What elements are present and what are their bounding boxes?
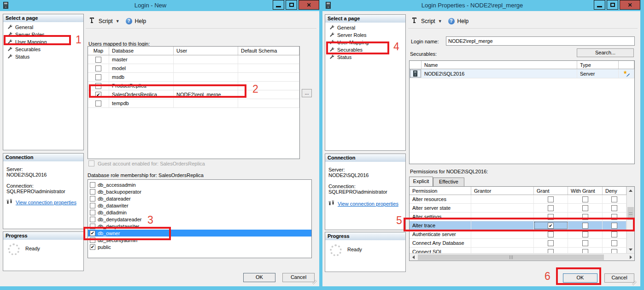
horizontal-scrollbar[interactable] bbox=[410, 253, 634, 260]
role-checkbox[interactable] bbox=[90, 210, 95, 215]
default-schema-cell[interactable] bbox=[238, 90, 299, 99]
user-cell[interactable] bbox=[174, 73, 238, 81]
script-dropdown-icon[interactable]: ▼ bbox=[116, 19, 120, 24]
user-cell[interactable] bbox=[174, 99, 238, 107]
search-button[interactable]: Search... bbox=[577, 48, 634, 57]
default-schema-cell[interactable] bbox=[238, 73, 299, 81]
horizontal-scroll-thumb[interactable] bbox=[418, 254, 604, 260]
deny-checkbox[interactable] bbox=[611, 196, 617, 202]
sidebar-item-server-roles[interactable]: Server Roles bbox=[325, 31, 405, 39]
database-cell: msdb bbox=[109, 73, 174, 81]
minimize-button[interactable] bbox=[273, 0, 284, 10]
grant-checkbox[interactable] bbox=[548, 231, 554, 237]
maximize-button[interactable] bbox=[607, 0, 618, 10]
add-securable-icon[interactable] bbox=[619, 69, 634, 78]
user-cell[interactable] bbox=[174, 55, 238, 64]
arrow-up-icon bbox=[629, 189, 632, 192]
table-row[interactable]: tempdb bbox=[88, 99, 299, 108]
sidebar-item-status[interactable]: Status bbox=[325, 53, 405, 61]
permission-row[interactable]: Connect Any Database bbox=[410, 239, 634, 248]
sidebar-item-label: General bbox=[15, 24, 33, 30]
script-button[interactable]: Script bbox=[99, 18, 113, 24]
scroll-left-button[interactable] bbox=[410, 254, 417, 260]
tab-explicit[interactable]: Explicit bbox=[409, 177, 433, 186]
role-label: db_backupoperator bbox=[98, 189, 141, 195]
deny-checkbox[interactable] bbox=[611, 205, 617, 211]
list-item[interactable]: db_datawriter bbox=[88, 202, 311, 209]
table-row[interactable]: master bbox=[88, 55, 299, 64]
role-checkbox[interactable] bbox=[90, 182, 95, 188]
table-row[interactable]: msdb bbox=[88, 73, 299, 82]
user-cell[interactable] bbox=[174, 64, 238, 72]
grant-checkbox[interactable] bbox=[548, 240, 554, 246]
sidebar-item-securables[interactable]: Securables bbox=[3, 46, 83, 53]
maximize-button[interactable] bbox=[286, 0, 297, 10]
column-header-map: Map bbox=[88, 47, 109, 55]
annotation-number-5: 5 bbox=[396, 215, 402, 226]
view-connection-properties-link[interactable]: View connection properties bbox=[338, 201, 398, 207]
ok-button[interactable]: OK bbox=[243, 273, 275, 282]
default-schema-cell[interactable] bbox=[238, 82, 299, 90]
sidebar-item-general[interactable]: General bbox=[3, 24, 83, 31]
wrench-icon bbox=[329, 32, 334, 38]
resize-grip[interactable] bbox=[632, 281, 637, 285]
default-schema-cell[interactable] bbox=[238, 55, 299, 64]
role-checkbox[interactable] bbox=[90, 196, 95, 201]
resize-grip[interactable] bbox=[312, 280, 317, 284]
cancel-button[interactable]: Cancel bbox=[604, 273, 634, 283]
map-checkbox[interactable] bbox=[95, 57, 101, 63]
minimize-icon bbox=[276, 6, 281, 7]
help-button[interactable]: Help bbox=[457, 18, 469, 24]
table-row[interactable]: model bbox=[88, 64, 299, 73]
securable-name-cell: NODE2\SQL2016 bbox=[422, 69, 577, 78]
scroll-up-button[interactable] bbox=[627, 187, 634, 194]
sidebar-item-general[interactable]: General bbox=[325, 24, 405, 31]
default-schema-cell[interactable] bbox=[238, 99, 299, 107]
server-app-icon bbox=[3, 2, 8, 10]
role-checkbox[interactable]: ✔ bbox=[90, 244, 95, 250]
close-button[interactable]: ✕ bbox=[620, 0, 640, 10]
login-name-field[interactable] bbox=[446, 36, 635, 46]
map-checkbox[interactable] bbox=[95, 65, 101, 71]
with-grant-checkbox[interactable] bbox=[582, 231, 588, 237]
role-checkbox[interactable] bbox=[90, 217, 95, 222]
minimize-button[interactable] bbox=[594, 0, 605, 10]
role-checkbox[interactable] bbox=[90, 203, 95, 208]
list-item[interactable]: ✔public bbox=[88, 243, 311, 250]
map-checkbox[interactable] bbox=[95, 74, 101, 80]
deny-checkbox[interactable] bbox=[611, 240, 617, 246]
permission-row[interactable]: Alter resources bbox=[410, 195, 634, 204]
with-grant-checkbox[interactable] bbox=[582, 196, 588, 202]
titlebar[interactable]: Login Properties - NODE2\repl_merge ✕ bbox=[322, 0, 640, 11]
tab-effective[interactable]: Effective bbox=[433, 178, 464, 186]
connection-label: Connection: bbox=[6, 183, 34, 189]
grant-checkbox[interactable] bbox=[548, 196, 554, 202]
close-button[interactable]: ✕ bbox=[299, 0, 319, 10]
browse-ellipsis-button[interactable]: ... bbox=[302, 89, 312, 97]
scroll-down-button[interactable] bbox=[627, 246, 634, 253]
progress-status: Ready bbox=[347, 247, 362, 252]
permission-row[interactable]: Alter server state bbox=[410, 204, 634, 213]
grant-checkbox[interactable] bbox=[548, 205, 554, 211]
with-grant-checkbox[interactable] bbox=[582, 205, 588, 211]
script-button[interactable]: Script bbox=[421, 18, 435, 24]
default-schema-cell[interactable] bbox=[238, 64, 299, 72]
script-dropdown-icon[interactable]: ▼ bbox=[438, 19, 442, 24]
map-checkbox[interactable] bbox=[95, 101, 101, 107]
server-label: Server: bbox=[328, 167, 345, 172]
list-item[interactable]: db_ddladmin bbox=[88, 209, 311, 216]
scroll-right-button[interactable] bbox=[627, 254, 634, 260]
list-item[interactable]: db_accessadmin bbox=[88, 181, 311, 188]
list-item[interactable]: db_datareader bbox=[88, 195, 311, 202]
list-item[interactable]: db_denydatareader bbox=[88, 216, 311, 223]
with-grant-checkbox[interactable] bbox=[582, 240, 588, 246]
cancel-button[interactable]: Cancel bbox=[282, 273, 315, 282]
list-item[interactable]: db_backupoperator bbox=[88, 188, 311, 195]
securable-row-node2-sql2016[interactable]: NODE2\SQL2016 Server bbox=[410, 69, 634, 78]
titlebar[interactable]: Login - New ✕ bbox=[0, 0, 319, 11]
view-connection-properties-link[interactable]: View connection properties bbox=[16, 200, 76, 205]
deny-checkbox[interactable] bbox=[611, 231, 617, 237]
help-button[interactable]: Help bbox=[135, 18, 146, 24]
sidebar-item-status[interactable]: Status bbox=[3, 53, 83, 60]
role-checkbox[interactable] bbox=[90, 189, 95, 195]
